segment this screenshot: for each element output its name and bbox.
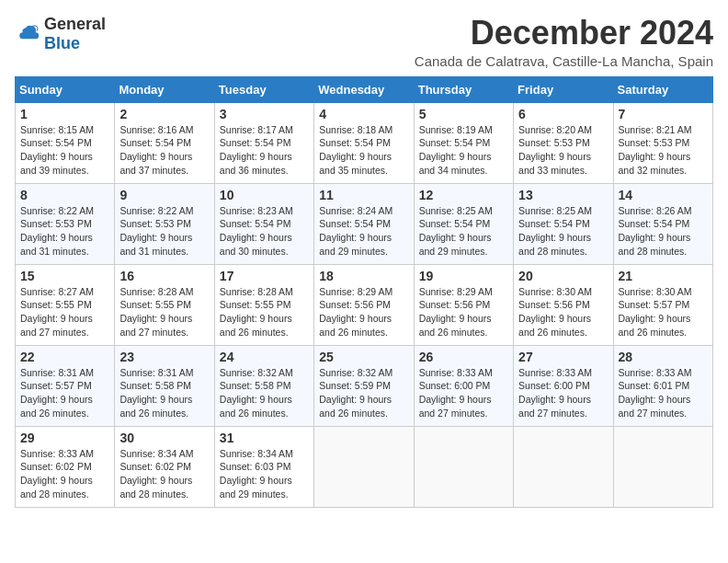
calendar-cell: 7 Sunrise: 8:21 AMSunset: 5:53 PMDayligh… [613, 102, 712, 183]
day-info: Sunrise: 8:29 AMSunset: 5:56 PMDaylight:… [319, 286, 392, 338]
calendar-cell: 20 Sunrise: 8:30 AMSunset: 5:56 PMDaylig… [514, 264, 613, 345]
day-number: 24 [220, 350, 309, 364]
day-number: 18 [319, 269, 408, 283]
day-number: 25 [319, 350, 408, 364]
header-sunday: Sunday [16, 76, 115, 102]
day-number: 31 [220, 431, 309, 445]
calendar-cell: 9 Sunrise: 8:22 AMSunset: 5:53 PMDayligh… [115, 183, 214, 264]
day-number: 4 [319, 107, 408, 121]
day-info: Sunrise: 8:22 AMSunset: 5:53 PMDaylight:… [119, 205, 193, 257]
day-number: 30 [119, 431, 209, 445]
calendar-cell: 26 Sunrise: 8:33 AMSunset: 6:00 PMDaylig… [414, 345, 513, 426]
day-number: 17 [220, 269, 309, 283]
day-number: 11 [319, 188, 408, 202]
day-number: 14 [619, 188, 708, 202]
day-info: Sunrise: 8:26 AMSunset: 5:54 PMDaylight:… [619, 205, 692, 257]
day-info: Sunrise: 8:33 AMSunset: 6:00 PMDaylight:… [518, 367, 592, 419]
day-number: 22 [20, 350, 109, 364]
day-number: 23 [119, 350, 209, 364]
calendar-cell: 21 Sunrise: 8:30 AMSunset: 5:57 PMDaylig… [613, 264, 712, 345]
calendar-week-row: 15 Sunrise: 8:27 AMSunset: 5:55 PMDaylig… [16, 264, 713, 345]
day-info: Sunrise: 8:32 AMSunset: 5:58 PMDaylight:… [220, 367, 293, 419]
header-tuesday: Tuesday [214, 76, 313, 102]
calendar-cell [514, 426, 613, 507]
day-info: Sunrise: 8:19 AMSunset: 5:54 PMDaylight:… [419, 124, 493, 176]
calendar-cell: 13 Sunrise: 8:25 AMSunset: 5:54 PMDaylig… [514, 183, 613, 264]
day-info: Sunrise: 8:27 AMSunset: 5:55 PMDaylight:… [20, 286, 94, 338]
day-info: Sunrise: 8:25 AMSunset: 5:54 PMDaylight:… [518, 205, 592, 257]
day-number: 10 [220, 188, 309, 202]
day-info: Sunrise: 8:29 AMSunset: 5:56 PMDaylight:… [419, 286, 493, 338]
calendar-cell: 17 Sunrise: 8:28 AMSunset: 5:55 PMDaylig… [214, 264, 313, 345]
calendar-cell: 22 Sunrise: 8:31 AMSunset: 5:57 PMDaylig… [16, 345, 115, 426]
day-info: Sunrise: 8:34 AMSunset: 6:02 PMDaylight:… [119, 448, 193, 500]
day-number: 21 [619, 269, 708, 283]
calendar-cell: 28 Sunrise: 8:33 AMSunset: 6:01 PMDaylig… [613, 345, 712, 426]
day-number: 1 [20, 107, 109, 121]
day-info: Sunrise: 8:25 AMSunset: 5:54 PMDaylight:… [419, 205, 493, 257]
logo-text: General Blue [44, 15, 106, 53]
logo-icon [15, 21, 40, 47]
day-info: Sunrise: 8:28 AMSunset: 5:55 PMDaylight:… [119, 286, 193, 338]
calendar-cell [314, 426, 414, 507]
header-wednesday: Wednesday [314, 76, 414, 102]
calendar-cell [613, 426, 712, 507]
header-thursday: Thursday [414, 76, 513, 102]
day-number: 29 [20, 431, 109, 445]
day-info: Sunrise: 8:34 AMSunset: 6:03 PMDaylight:… [220, 448, 293, 500]
title-section: December 2024 Canada de Calatrava, Casti… [415, 15, 713, 69]
calendar-cell: 16 Sunrise: 8:28 AMSunset: 5:55 PMDaylig… [115, 264, 214, 345]
calendar-cell: 14 Sunrise: 8:26 AMSunset: 5:54 PMDaylig… [613, 183, 712, 264]
day-info: Sunrise: 8:30 AMSunset: 5:57 PMDaylight:… [619, 286, 692, 338]
logo: General Blue [15, 15, 106, 53]
day-info: Sunrise: 8:18 AMSunset: 5:54 PMDaylight:… [319, 124, 392, 176]
day-info: Sunrise: 8:28 AMSunset: 5:55 PMDaylight:… [220, 286, 293, 338]
day-info: Sunrise: 8:33 AMSunset: 6:02 PMDaylight:… [20, 448, 94, 500]
day-number: 7 [619, 107, 708, 121]
calendar-cell: 18 Sunrise: 8:29 AMSunset: 5:56 PMDaylig… [314, 264, 414, 345]
calendar-cell: 31 Sunrise: 8:34 AMSunset: 6:03 PMDaylig… [214, 426, 313, 507]
header-saturday: Saturday [613, 76, 712, 102]
calendar-cell: 10 Sunrise: 8:23 AMSunset: 5:54 PMDaylig… [214, 183, 313, 264]
calendar-header-row: Sunday Monday Tuesday Wednesday Thursday… [16, 76, 713, 102]
header-friday: Friday [514, 76, 613, 102]
calendar-cell [414, 426, 513, 507]
header: General Blue December 2024 Canada de Cal… [15, 15, 713, 69]
calendar-cell: 19 Sunrise: 8:29 AMSunset: 5:56 PMDaylig… [414, 264, 513, 345]
day-info: Sunrise: 8:31 AMSunset: 5:57 PMDaylight:… [20, 367, 94, 419]
month-title: December 2024 [415, 15, 713, 52]
day-info: Sunrise: 8:17 AMSunset: 5:54 PMDaylight:… [220, 124, 293, 176]
day-number: 26 [419, 350, 508, 364]
calendar-cell: 15 Sunrise: 8:27 AMSunset: 5:55 PMDaylig… [16, 264, 115, 345]
location-subtitle: Canada de Calatrava, Castille-La Mancha,… [415, 53, 713, 69]
day-info: Sunrise: 8:20 AMSunset: 5:53 PMDaylight:… [518, 124, 592, 176]
calendar-cell: 1 Sunrise: 8:15 AMSunset: 5:54 PMDayligh… [16, 102, 115, 183]
calendar-cell: 29 Sunrise: 8:33 AMSunset: 6:02 PMDaylig… [16, 426, 115, 507]
day-number: 13 [518, 188, 608, 202]
calendar-cell: 3 Sunrise: 8:17 AMSunset: 5:54 PMDayligh… [214, 102, 313, 183]
day-info: Sunrise: 8:15 AMSunset: 5:54 PMDaylight:… [20, 124, 94, 176]
calendar-table: Sunday Monday Tuesday Wednesday Thursday… [15, 76, 713, 508]
day-info: Sunrise: 8:33 AMSunset: 6:00 PMDaylight:… [419, 367, 493, 419]
day-info: Sunrise: 8:24 AMSunset: 5:54 PMDaylight:… [319, 205, 392, 257]
calendar-cell: 12 Sunrise: 8:25 AMSunset: 5:54 PMDaylig… [414, 183, 513, 264]
day-number: 27 [518, 350, 608, 364]
header-monday: Monday [115, 76, 214, 102]
day-info: Sunrise: 8:31 AMSunset: 5:58 PMDaylight:… [119, 367, 193, 419]
calendar-cell: 30 Sunrise: 8:34 AMSunset: 6:02 PMDaylig… [115, 426, 214, 507]
calendar-cell: 4 Sunrise: 8:18 AMSunset: 5:54 PMDayligh… [314, 102, 414, 183]
day-info: Sunrise: 8:23 AMSunset: 5:54 PMDaylight:… [220, 205, 293, 257]
calendar-cell: 2 Sunrise: 8:16 AMSunset: 5:54 PMDayligh… [115, 102, 214, 183]
day-info: Sunrise: 8:32 AMSunset: 5:59 PMDaylight:… [319, 367, 392, 419]
day-info: Sunrise: 8:21 AMSunset: 5:53 PMDaylight:… [619, 124, 692, 176]
calendar-week-row: 22 Sunrise: 8:31 AMSunset: 5:57 PMDaylig… [16, 345, 713, 426]
calendar-cell: 23 Sunrise: 8:31 AMSunset: 5:58 PMDaylig… [115, 345, 214, 426]
day-number: 19 [419, 269, 508, 283]
day-info: Sunrise: 8:22 AMSunset: 5:53 PMDaylight:… [20, 205, 94, 257]
calendar-cell: 24 Sunrise: 8:32 AMSunset: 5:58 PMDaylig… [214, 345, 313, 426]
calendar-week-row: 8 Sunrise: 8:22 AMSunset: 5:53 PMDayligh… [16, 183, 713, 264]
calendar-cell: 5 Sunrise: 8:19 AMSunset: 5:54 PMDayligh… [414, 102, 513, 183]
calendar-cell: 6 Sunrise: 8:20 AMSunset: 5:53 PMDayligh… [514, 102, 613, 183]
day-number: 15 [20, 269, 109, 283]
calendar-cell: 25 Sunrise: 8:32 AMSunset: 5:59 PMDaylig… [314, 345, 414, 426]
